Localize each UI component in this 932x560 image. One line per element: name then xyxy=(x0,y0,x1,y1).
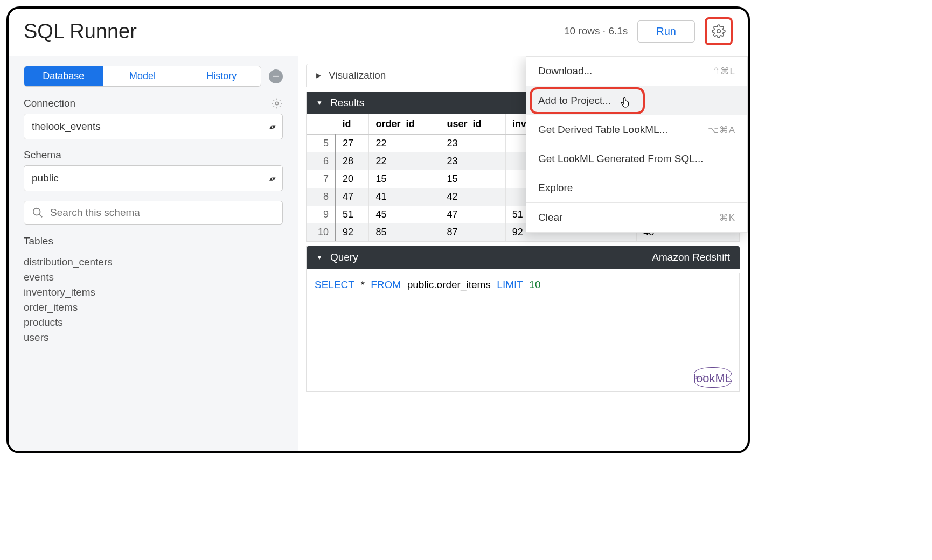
cell: 15 xyxy=(369,170,440,188)
row-number: 9 xyxy=(307,206,336,223)
tab-model[interactable]: Model xyxy=(103,66,183,86)
col-header[interactable]: order_id xyxy=(369,114,440,135)
tab-database[interactable]: Database xyxy=(24,66,103,86)
results-label: Results xyxy=(330,97,364,109)
chevron-down-icon: ▼ xyxy=(316,99,323,107)
status-text: 10 rows · 6.1s xyxy=(564,25,628,37)
menu-generated-sql[interactable]: Get LookML Generated From SQL... xyxy=(526,144,747,173)
kw-star: * xyxy=(360,279,364,290)
svg-point-1 xyxy=(275,102,279,105)
table-item[interactable]: order_items xyxy=(24,300,283,315)
chevron-down-icon: ▼ xyxy=(316,254,323,261)
cell: 87 xyxy=(440,223,505,241)
connection-row: Connection xyxy=(24,97,283,109)
svg-point-0 xyxy=(717,30,721,33)
updown-icon: ▴▾ xyxy=(269,174,275,183)
cell: 22 xyxy=(369,152,440,170)
cell: 51 xyxy=(336,206,369,223)
cell: 27 xyxy=(336,135,369,153)
tables-label: Tables xyxy=(24,235,283,247)
cell: 47 xyxy=(336,188,369,206)
pointer-cursor-icon xyxy=(619,94,631,108)
col-header[interactable]: user_id xyxy=(440,114,505,135)
cell: 28 xyxy=(336,152,369,170)
gear-menu: Download... ⇧⌘L Add to Project... Get De… xyxy=(526,56,748,233)
shortcut: ⌥⌘A xyxy=(708,124,735,136)
cell: 42 xyxy=(440,188,505,206)
query-editor[interactable]: SELECT * FROM public.order_items LIMIT 1… xyxy=(307,273,740,391)
connection-value: thelook_events xyxy=(32,121,101,132)
gear-highlight xyxy=(705,17,733,45)
body: Database Model History − Connection thel… xyxy=(9,56,748,451)
search-icon xyxy=(32,207,44,219)
kw-from: FROM xyxy=(371,279,401,290)
row-number: 10 xyxy=(307,223,336,241)
menu-add-to-project[interactable]: Add to Project... xyxy=(526,86,747,115)
menu-explore[interactable]: Explore xyxy=(526,173,747,202)
menu-derived-table[interactable]: Get Derived Table LookML... ⌥⌘A xyxy=(526,115,747,144)
app-frame: SQL Runner 10 rows · 6.1s Run Database M… xyxy=(6,6,750,453)
chevron-right-icon: ▶ xyxy=(316,72,321,79)
table-item[interactable]: events xyxy=(24,270,283,285)
topbar: SQL Runner 10 rows · 6.1s Run xyxy=(9,9,748,56)
menu-clear[interactable]: Clear ⌘K xyxy=(526,203,747,232)
main-panel: ▶ Visualization ▼ Results id order_id us… xyxy=(298,56,748,451)
cell: 47 xyxy=(440,206,505,223)
connection-gear-icon[interactable] xyxy=(271,97,283,109)
connection-label: Connection xyxy=(24,97,75,109)
query-label: Query xyxy=(330,251,358,263)
cell: 85 xyxy=(369,223,440,241)
shortcut: ⌘K xyxy=(719,212,735,223)
table-item[interactable]: distribution_centers xyxy=(24,255,283,270)
schema-search[interactable] xyxy=(24,201,283,225)
row-number: 8 xyxy=(307,188,336,206)
schema-label: Schema xyxy=(24,149,283,161)
kw-num: 10 xyxy=(529,279,540,290)
cell: 15 xyxy=(440,170,505,188)
cell: 22 xyxy=(369,135,440,153)
row-number: 7 xyxy=(307,170,336,188)
tables-list: distribution_centers events inventory_it… xyxy=(24,255,283,345)
topbar-right: 10 rows · 6.1s Run xyxy=(564,17,733,45)
lookml-logo: lookML xyxy=(693,372,732,386)
cell: 23 xyxy=(440,135,505,153)
cell: 92 xyxy=(336,223,369,241)
kw-select: SELECT xyxy=(315,279,354,290)
kw-limit: LIMIT xyxy=(497,279,523,290)
cell: 45 xyxy=(369,206,440,223)
schema-value: public xyxy=(32,172,59,184)
tab-history[interactable]: History xyxy=(182,66,261,86)
gear-icon xyxy=(712,24,726,38)
page-title: SQL Runner xyxy=(24,20,137,43)
segmented-row: Database Model History − xyxy=(24,66,283,87)
cell: 20 xyxy=(336,170,369,188)
text-caret xyxy=(541,279,541,291)
row-number: 5 xyxy=(307,135,336,153)
query-header[interactable]: ▼ Query Amazon Redshift xyxy=(307,246,740,269)
collapse-sidebar-button[interactable]: − xyxy=(269,69,283,83)
segmented-control: Database Model History xyxy=(24,66,261,87)
col-header[interactable]: id xyxy=(336,114,369,135)
schema-search-input[interactable] xyxy=(50,207,275,219)
updown-icon: ▴▾ xyxy=(269,123,275,131)
svg-point-2 xyxy=(33,208,40,215)
query-engine: Amazon Redshift xyxy=(652,251,730,263)
sidebar: Database Model History − Connection thel… xyxy=(9,56,298,451)
cell: 23 xyxy=(440,152,505,170)
table-item[interactable]: inventory_items xyxy=(24,285,283,300)
table-item[interactable]: products xyxy=(24,315,283,330)
gear-button[interactable] xyxy=(708,21,729,41)
run-button[interactable]: Run xyxy=(637,20,695,43)
query-panel: ▼ Query Amazon Redshift SELECT * FROM pu… xyxy=(306,246,740,392)
rownum-header xyxy=(307,114,336,135)
svg-line-3 xyxy=(39,214,43,218)
menu-download[interactable]: Download... ⇧⌘L xyxy=(526,57,747,86)
schema-select[interactable]: public ▴▾ xyxy=(24,165,283,191)
cell: 41 xyxy=(369,188,440,206)
shortcut: ⇧⌘L xyxy=(712,66,735,77)
table-item[interactable]: users xyxy=(24,330,283,345)
connection-select[interactable]: thelook_events ▴▾ xyxy=(24,114,283,139)
visualization-label: Visualization xyxy=(329,69,386,81)
row-number: 6 xyxy=(307,152,336,170)
kw-table: public.order_items xyxy=(407,279,491,290)
